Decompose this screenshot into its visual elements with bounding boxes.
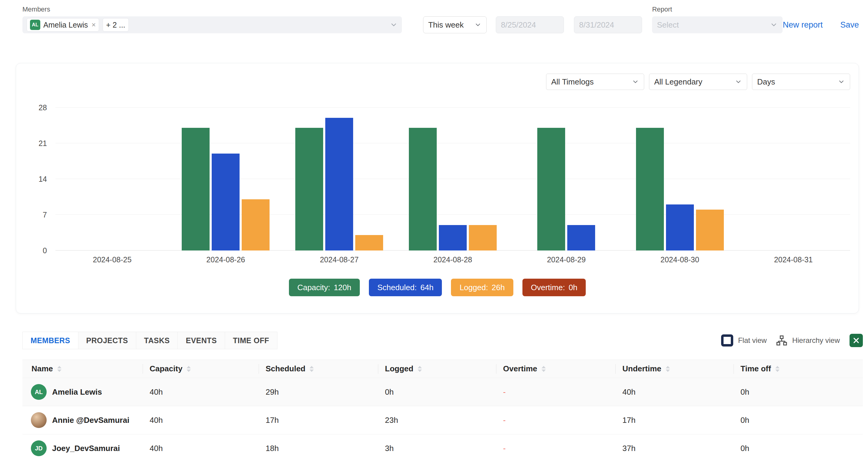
scheduled-cell: 29h — [259, 378, 378, 406]
day-group — [737, 107, 850, 250]
report-select-placeholder: Select — [657, 20, 679, 30]
members-select[interactable]: AL Amelia Lewis × + 2 ... — [23, 17, 402, 33]
column-header-logged[interactable]: Logged — [378, 360, 496, 378]
member-name-wrap: Annie @DevSamurai — [31, 412, 143, 428]
legend-filter-value: All Legendary — [654, 77, 702, 87]
date-to-input[interactable]: 8/31/2024 — [574, 17, 642, 33]
sort-icon[interactable] — [775, 366, 780, 372]
caret-up-icon — [187, 366, 191, 368]
scheduled-bar — [439, 225, 467, 250]
date-to-value: 8/31/2024 — [579, 20, 614, 30]
column-header-overtime[interactable]: Overtime — [496, 360, 616, 378]
y-axis-tick: 14 — [29, 175, 47, 184]
x-axis-label: 2024-08-29 — [509, 255, 623, 264]
column-header-name[interactable]: Name — [23, 360, 143, 378]
save-link[interactable]: Save — [840, 20, 859, 30]
sort-icon[interactable] — [310, 366, 314, 372]
member-name: Amelia Lewis — [52, 388, 102, 397]
column-header-capacity[interactable]: Capacity — [143, 360, 259, 378]
column-header-inner: Name — [31, 364, 143, 373]
avatar — [31, 412, 46, 428]
chevron-down-icon — [632, 78, 639, 85]
caret-up-icon — [310, 366, 314, 368]
granularity-select[interactable]: Days — [752, 73, 850, 90]
caret-up-icon — [666, 366, 670, 368]
y-axis-tick: 28 — [29, 103, 47, 112]
undertime-cell: 40h — [616, 378, 734, 406]
legend-total: 120h — [334, 283, 351, 292]
column-header-scheduled[interactable]: Scheduled — [259, 360, 378, 378]
tab-time-off[interactable]: TIME OFF — [225, 332, 277, 349]
more-members-chip[interactable]: + 2 ... — [103, 18, 128, 31]
x-axis-label: 2024-08-25 — [55, 255, 169, 264]
hierarchy-view-icon[interactable] — [776, 335, 787, 346]
capacity-cell: 40h — [143, 378, 259, 406]
logged-bar — [696, 210, 724, 250]
tab-members[interactable]: MEMBERS — [23, 332, 79, 349]
name-cell: ALAmelia Lewis — [23, 378, 143, 406]
table-toolbar: MEMBERSPROJECTSTASKSEVENTSTIME OFF Flat … — [23, 332, 863, 349]
legend-filter-select[interactable]: All Legendary — [649, 73, 747, 90]
member-chip-avatar: AL — [30, 20, 40, 30]
capacity-cell: 40h — [143, 434, 259, 461]
sort-icon[interactable] — [187, 366, 191, 372]
member-chip-name: Amelia Lewis — [43, 21, 88, 29]
caret-down-icon — [541, 370, 546, 372]
undertime-cell: 37h — [616, 434, 734, 461]
sort-icon[interactable] — [417, 366, 422, 372]
y-axis-tick: 0 — [29, 246, 47, 255]
table-row: Annie @DevSamurai40h17h23h-17h0h — [23, 406, 863, 434]
table-tabs: MEMBERSPROJECTSTASKSEVENTSTIME OFF — [23, 332, 277, 349]
tab-events[interactable]: EVENTS — [178, 332, 225, 349]
scheduled-bar — [212, 154, 240, 250]
legend-capacity[interactable]: Capacity:120h — [289, 279, 360, 296]
tab-projects[interactable]: PROJECTS — [78, 332, 136, 349]
scheduled-cell: 18h — [259, 434, 378, 461]
excel-export-icon[interactable] — [849, 334, 863, 347]
date-from-input[interactable]: 8/25/2024 — [496, 17, 564, 33]
new-report-link[interactable]: New report — [783, 20, 823, 30]
hierarchy-view-label: Hierarchy view — [792, 336, 840, 345]
avatar: JD — [31, 440, 46, 456]
legend-total: 64h — [421, 283, 433, 292]
legend-overtime[interactable]: Overtime:0h — [522, 279, 586, 296]
sort-icon[interactable] — [57, 366, 61, 372]
sort-icon[interactable] — [666, 366, 670, 372]
member-name: Joey_DevSamurai — [52, 444, 120, 453]
logged-cell: 0h — [378, 378, 496, 406]
member-chip[interactable]: AL Amelia Lewis × — [27, 18, 99, 31]
caret-up-icon — [417, 366, 422, 368]
caret-up-icon — [57, 366, 61, 368]
chevron-down-icon — [735, 78, 742, 85]
legend-label: Overtime: — [531, 283, 565, 292]
timelogs-filter-value: All Timelogs — [551, 77, 594, 87]
filter-toolbar: Members AL Amelia Lewis × + 2 ... This w… — [0, 0, 868, 33]
legend-label: Logged: — [460, 283, 488, 292]
sort-icon[interactable] — [541, 366, 546, 372]
column-header-inner: Scheduled — [266, 364, 378, 373]
report-select[interactable]: Select — [652, 17, 783, 33]
members-field: Members AL Amelia Lewis × + 2 ... — [23, 5, 402, 33]
flat-view-label: Flat view — [738, 336, 767, 345]
timelogs-filter-select[interactable]: All Timelogs — [546, 73, 644, 90]
overtime-cell: - — [496, 406, 616, 434]
remove-member-icon[interactable]: × — [91, 21, 96, 29]
x-axis-label: 2024-08-27 — [283, 255, 396, 264]
column-header-inner: Capacity — [150, 364, 259, 373]
toolbar-actions: New report Save — [783, 17, 859, 33]
flat-view-icon[interactable] — [721, 334, 733, 346]
tab-tasks[interactable]: TASKS — [136, 332, 178, 349]
capacity-bar — [182, 128, 210, 250]
capacity-bar — [537, 128, 565, 250]
legend-scheduled[interactable]: Scheduled:64h — [369, 279, 442, 296]
column-header-undertime[interactable]: Undertime — [616, 360, 734, 378]
x-axis-label: 2024-08-26 — [169, 255, 283, 264]
column-header-inner: Time off — [741, 364, 863, 373]
column-title: Overtime — [503, 364, 537, 373]
caret-up-icon — [775, 366, 780, 368]
name-cell: Annie @DevSamurai — [23, 406, 143, 434]
period-select[interactable]: This week — [423, 17, 487, 33]
column-header-time-off[interactable]: Time off — [734, 360, 863, 378]
legend-logged[interactable]: Logged:26h — [451, 279, 513, 296]
avatar: AL — [31, 384, 46, 400]
